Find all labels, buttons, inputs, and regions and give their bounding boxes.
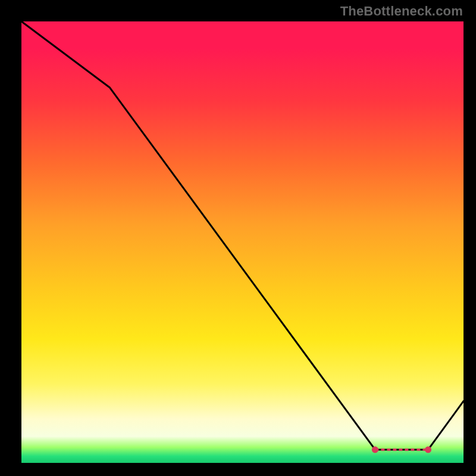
line-path [21,21,464,450]
marker-dot-0 [372,446,378,453]
marker-dot-1 [425,446,431,453]
chart-frame: TheBottleneck.com [0,0,476,476]
watermark-text: TheBottleneck.com [340,4,463,19]
series-line [21,21,464,450]
chart-overlay [21,21,464,463]
